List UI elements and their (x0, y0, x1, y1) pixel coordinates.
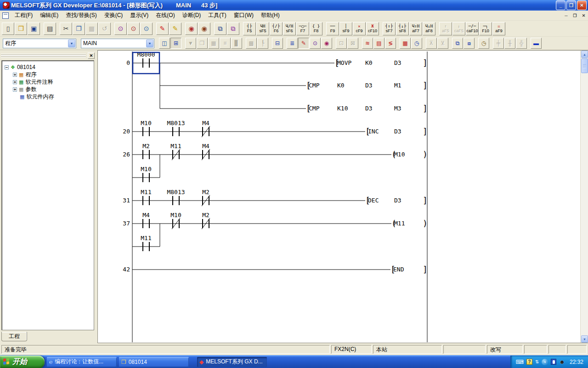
error-check-button[interactable]: ▦ (208, 38, 219, 49)
circuit-monitor-search-button[interactable]: ◉ (185, 23, 198, 35)
menu-编辑[interactable]: 编辑(E) (36, 10, 62, 21)
mdi-restore-button[interactable]: ❐ (571, 12, 579, 19)
rising-pulse-contact-button[interactable]: ┤↑├sF7 (383, 22, 396, 35)
ladder-editor-window[interactable]: 0M8000[MOVPK0D3][CMPK0D3M1][CMPK10D3M3]2… (97, 50, 588, 343)
copy-data-button[interactable]: ❐ (197, 38, 208, 49)
find-program-button[interactable]: ◫ (159, 38, 170, 49)
sort-steps-button[interactable]: ≡ (220, 38, 231, 49)
vertical-line-button[interactable]: │sF9 (339, 22, 352, 35)
scroll-down-button[interactable]: ▼ (581, 335, 588, 343)
parallel-rising-pulse-button[interactable]: Ч↑НaF7 (409, 22, 422, 35)
device-batch-monitor-button[interactable]: ◷ (411, 38, 422, 49)
device-test-button[interactable]: ▦ (400, 38, 411, 49)
tree-item-软元件注释[interactable]: ▦软元件注释 (5, 78, 94, 86)
language-bar-icon[interactable]: ‹ (542, 359, 548, 365)
ladder-logic-test-button[interactable]: ⊟ (272, 38, 283, 49)
menu-诊断[interactable]: 诊断(D) (179, 10, 205, 21)
insert-column-button[interactable]: ╬ (516, 38, 527, 49)
application-instruction-button[interactable]: { }F8 (310, 22, 322, 35)
rising-pulse-op-button[interactable]: ↑aF5 (439, 22, 452, 35)
closed-contact-button[interactable]: ┤/├F6 (270, 22, 283, 35)
scroll-up-button[interactable]: ▲ (581, 51, 588, 58)
save-project-button[interactable]: ▣ (28, 23, 40, 35)
minimize-button[interactable]: _ (556, 0, 565, 10)
write-mode-button[interactable]: ✎ (298, 38, 309, 49)
print-button[interactable]: ▤ (44, 23, 56, 35)
collapse-icon[interactable] (5, 65, 9, 69)
comment-display-button[interactable]: ≋ (362, 38, 373, 49)
project-data-list-toggle-button[interactable]: ⊞ (170, 38, 181, 49)
statement-edit-button[interactable]: ✎ (169, 23, 181, 35)
parallel-falling-pulse-button[interactable]: Ч↓НaF8 (423, 22, 435, 35)
device-search-button[interactable]: ◉ (198, 23, 210, 35)
mouse-settings-icon[interactable] (551, 359, 556, 365)
monitor-mode-button[interactable]: ⊙ (310, 38, 321, 49)
device-comment-edit-button[interactable]: ✎ (156, 23, 169, 35)
find-button[interactable]: ⊙ (114, 23, 127, 35)
block-edit-button[interactable]: ▊ (231, 38, 242, 49)
menu-变换[interactable]: 变换(C) (101, 10, 127, 21)
note-display-button[interactable]: ≶ (385, 38, 396, 49)
expand-icon[interactable] (13, 73, 17, 77)
zoom-window-button[interactable]: ⧉ (452, 38, 463, 49)
tree-item-参数[interactable]: ▦参数 (5, 86, 94, 93)
comment-search-button[interactable]: ⧉ (227, 23, 239, 35)
project-tab[interactable]: 工程 (1, 332, 27, 341)
menu-工具[interactable]: 工具(T) (204, 10, 230, 21)
restore-button[interactable]: ❐ (566, 0, 576, 10)
delete-rung-button[interactable]: ☒aF9 (492, 22, 505, 35)
expand-icon[interactable] (13, 80, 17, 84)
taskbar-task-3[interactable]: ◆MELSOFT系列 GX D... (197, 357, 267, 367)
insert-row-button[interactable]: ╪ (493, 38, 504, 49)
program-select[interactable]: 程序 ▼ (3, 39, 76, 48)
menu-窗口[interactable]: 窗口(W) (230, 10, 257, 21)
read-mode-button[interactable]: ≣ (287, 38, 298, 49)
data-name-select[interactable]: MAIN ▼ (81, 39, 154, 48)
open-new-window-button[interactable]: ⧇ (464, 38, 475, 49)
mdi-minimize-button[interactable]: ─ (562, 12, 570, 19)
updown-arrows-icon[interactable]: ⇅ (535, 360, 539, 364)
open-contact-button[interactable]: ┤├F5 (243, 22, 256, 35)
delete-vertical-line-button[interactable]: ЖcF10 (366, 22, 379, 35)
online-write-button[interactable]: ⊠ (347, 38, 358, 49)
start-button[interactable]: 开始 (0, 356, 45, 368)
vertical-scrollbar[interactable]: ▲ ▼ (580, 51, 588, 343)
find-device-button[interactable]: ⊙ (127, 23, 140, 35)
mdi-child-icon[interactable] (2, 12, 9, 19)
monitor-bar-button[interactable]: ▬ (531, 38, 542, 49)
delete-horizontal-line-button[interactable]: ✕cF9 (353, 22, 366, 35)
menu-显示[interactable]: 显示(V) (126, 10, 152, 21)
copy-button[interactable]: ❐ (73, 23, 85, 35)
input-method-icon[interactable]: ? (526, 359, 532, 365)
invert-operation-button[interactable]: ─/─caF10 (466, 22, 479, 35)
menu-查找/替换[interactable]: 查找/替换(S) (62, 10, 100, 21)
all-blocks-button[interactable]: ▩ (246, 38, 257, 49)
paste-button[interactable]: ▦ (85, 23, 98, 35)
horizontal-line-button[interactable]: ──F9 (326, 22, 339, 35)
menu-工程[interactable]: 工程(F) (11, 10, 36, 21)
menu-帮助[interactable]: 帮助(H) (257, 10, 283, 21)
monitor-write-mode-button[interactable]: ◉ (321, 38, 332, 49)
chevron-down-icon[interactable]: ▼ (146, 40, 153, 47)
undo-button[interactable]: ↺ (98, 23, 111, 35)
keyboard-icon[interactable]: ⌨ (516, 359, 524, 365)
tree-item-程序[interactable]: ▦程序 (5, 71, 94, 78)
falling-pulse-contact-button[interactable]: ┤↓├sF8 (396, 22, 409, 35)
tree-root-081014[interactable]: ❖081014 (5, 63, 94, 71)
qq-icon[interactable]: ☻ (559, 359, 565, 365)
download-button[interactable]: ▼ (185, 38, 196, 49)
chevron-down-icon[interactable]: ▼ (68, 40, 75, 47)
tree-item-软元件内存[interactable]: ▦软元件内存 (5, 93, 94, 100)
statement-display-button[interactable]: ▤ (373, 38, 384, 49)
scan-time-monitor-button[interactable]: ◷ (478, 38, 489, 49)
scrollbar-thumb[interactable] (581, 58, 588, 73)
open-project-button[interactable]: ❒ (15, 23, 27, 35)
switch-window-button[interactable]: ⧉ (214, 23, 226, 35)
block-down-button[interactable]: ┞ (257, 38, 268, 49)
entry-data-monitor-button[interactable]: ⊻ (437, 38, 448, 49)
delete-row-button[interactable]: ╫ (504, 38, 515, 49)
online-read-button[interactable]: ⊡ (336, 38, 347, 49)
buffer-memory-monitor-button[interactable]: ⊼ (426, 38, 437, 49)
ladder-diagram[interactable]: 0M8000[MOVPK0D3][CMPK0D3M1][CMPK10D3M3]2… (98, 51, 580, 343)
cut-button[interactable]: ✂ (60, 23, 72, 35)
